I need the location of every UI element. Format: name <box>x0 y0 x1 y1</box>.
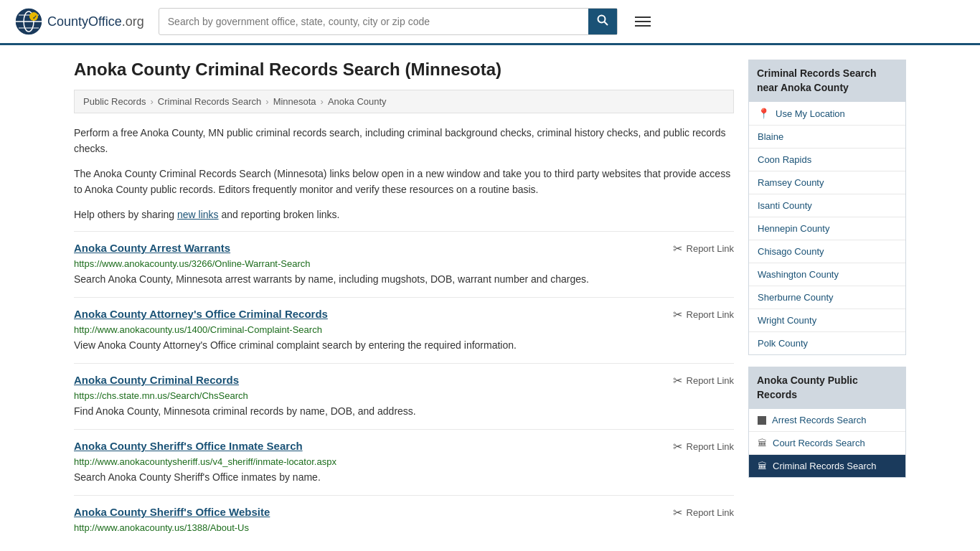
resource-item: Anoka County Attorney's Office Criminal … <box>74 297 734 363</box>
page-title: Anoka County Criminal Records Search (Mi… <box>74 60 734 80</box>
main-container: Anoka County Criminal Records Search (Mi… <box>60 45 920 551</box>
resource-header: Anoka County Arrest Warrants ✂ Report Li… <box>74 242 734 255</box>
report-link-btn-5[interactable]: ✂ Report Link <box>673 506 734 519</box>
search-button[interactable] <box>588 9 617 34</box>
search-icon <box>597 14 608 26</box>
nearby-header: Criminal Records Search near Anoka Count… <box>748 60 906 102</box>
description-1: Perform a free Anoka County, MN public c… <box>74 125 734 157</box>
nearby-chisago-county[interactable]: Chisago County <box>749 240 905 263</box>
menu-line-3 <box>635 25 651 27</box>
report-link-label-3: Report Link <box>687 375 734 386</box>
site-header: ✓ CountyOffice.org <box>0 0 980 45</box>
resource-title-3[interactable]: Anoka County Criminal Records <box>74 374 239 386</box>
breadcrumb: Public Records › Criminal Records Search… <box>74 90 734 113</box>
logo-icon: ✓ <box>14 7 43 36</box>
resource-desc-3: Find Anoka County, Minnesota criminal re… <box>74 404 734 419</box>
report-link-btn-1[interactable]: ✂ Report Link <box>673 242 734 255</box>
breadcrumb-minnesota[interactable]: Minnesota <box>273 96 316 107</box>
resource-url-1[interactable]: https://www.anokacounty.us/3266/Online-W… <box>74 258 734 269</box>
nearby-isanti-county[interactable]: Isanti County <box>749 194 905 217</box>
svg-point-8 <box>598 16 605 23</box>
nearby-coon-rapids[interactable]: Coon Rapids <box>749 149 905 171</box>
resource-title-5[interactable]: Anoka County Sheriff's Office Website <box>74 506 270 518</box>
nearby-blaine[interactable]: Blaine <box>749 126 905 149</box>
use-my-location-item[interactable]: 📍 Use My Location <box>749 102 905 126</box>
resource-desc-1: Search Anoka County, Minnesota arrest wa… <box>74 272 734 287</box>
resource-url-2[interactable]: http://www.anokacounty.us/1400/Criminal-… <box>74 324 734 335</box>
menu-line-2 <box>635 21 651 22</box>
content-area: Anoka County Criminal Records Search (Mi… <box>74 60 734 546</box>
report-icon-5: ✂ <box>673 506 682 519</box>
report-link-btn-4[interactable]: ✂ Report Link <box>673 440 734 453</box>
public-records-section: Anoka County Public Records Arrest Recor… <box>748 367 906 478</box>
desc3-prefix: Help others by sharing <box>74 209 177 220</box>
resource-item: Anoka County Arrest Warrants ✂ Report Li… <box>74 231 734 297</box>
resource-url-4[interactable]: http://www.anokacountysheriff.us/v4_sher… <box>74 456 734 467</box>
criminal-records-link[interactable]: Criminal Records Search <box>773 461 877 471</box>
report-link-label-1: Report Link <box>687 243 734 254</box>
location-dot-icon: 📍 <box>758 108 770 119</box>
resource-header: Anoka County Sheriff's Office Inmate Sea… <box>74 440 734 453</box>
public-records-header: Anoka County Public Records <box>748 367 906 409</box>
desc3-suffix: and reporting broken links. <box>219 209 340 220</box>
report-link-label-4: Report Link <box>687 441 734 452</box>
search-input[interactable] <box>159 10 588 33</box>
pub-link-criminal[interactable]: 🏛 Criminal Records Search <box>749 455 905 477</box>
breadcrumb-sep-2: › <box>265 96 268 107</box>
public-links: Arrest Records Search 🏛 Court Records Se… <box>748 409 906 478</box>
nearby-sherburne-county[interactable]: Sherburne County <box>749 286 905 309</box>
resource-item: Anoka County Sheriff's Office Inmate Sea… <box>74 429 734 495</box>
menu-line-1 <box>635 17 651 18</box>
breadcrumb-sep-3: › <box>321 96 324 107</box>
resource-header: Anoka County Criminal Records ✂ Report L… <box>74 374 734 387</box>
arrest-records-link[interactable]: Arrest Records Search <box>772 415 867 425</box>
svg-line-9 <box>604 22 608 26</box>
logo[interactable]: ✓ CountyOffice.org <box>14 7 144 36</box>
resource-url-3[interactable]: https://chs.state.mn.us/Search/ChsSearch <box>74 390 734 401</box>
nearby-washington-county[interactable]: Washington County <box>749 263 905 286</box>
resource-item: Anoka County Criminal Records ✂ Report L… <box>74 363 734 429</box>
resource-desc-4: Search Anoka County Sheriff's Office inm… <box>74 470 734 485</box>
nearby-polk-county[interactable]: Polk County <box>749 332 905 354</box>
breadcrumb-criminal-records[interactable]: Criminal Records Search <box>158 96 262 107</box>
breadcrumb-sep-1: › <box>150 96 153 107</box>
nearby-section: Criminal Records Search near Anoka Count… <box>748 60 906 355</box>
resources-list: Anoka County Arrest Warrants ✂ Report Li… <box>74 231 734 546</box>
court-records-link[interactable]: Court Records Search <box>773 438 865 448</box>
description-3: Help others by sharing new links and rep… <box>74 207 734 222</box>
report-link-label-2: Report Link <box>687 309 734 320</box>
logo-text: CountyOffice.org <box>47 14 144 29</box>
report-link-label-5: Report Link <box>687 507 734 518</box>
building-icon: 🏛 <box>758 438 767 448</box>
nearby-wright-county[interactable]: Wright County <box>749 309 905 332</box>
building-icon-active: 🏛 <box>758 461 767 471</box>
search-bar <box>159 8 618 35</box>
resource-item: Anoka County Sheriff's Office Website ✂ … <box>74 495 734 546</box>
pub-link-arrest[interactable]: Arrest Records Search <box>749 409 905 432</box>
use-my-location-link[interactable]: Use My Location <box>776 108 845 119</box>
square-icon <box>758 416 766 425</box>
nearby-links: 📍 Use My Location Blaine Coon Rapids Ram… <box>748 102 906 355</box>
nearby-hennepin-county[interactable]: Hennepin County <box>749 217 905 240</box>
menu-button[interactable] <box>632 14 654 29</box>
resource-title-4[interactable]: Anoka County Sheriff's Office Inmate Sea… <box>74 440 303 452</box>
breadcrumb-current: Anoka County <box>328 96 387 107</box>
breadcrumb-public-records[interactable]: Public Records <box>83 96 146 107</box>
resource-desc-2: View Anoka County Attorney's Office crim… <box>74 338 734 353</box>
new-links-link[interactable]: new links <box>177 209 219 220</box>
svg-text:✓: ✓ <box>32 14 37 21</box>
nearby-ramsey-county[interactable]: Ramsey County <box>749 171 905 194</box>
report-icon-3: ✂ <box>673 374 682 387</box>
sidebar: Criminal Records Search near Anoka Count… <box>748 60 906 546</box>
resource-title-1[interactable]: Anoka County Arrest Warrants <box>74 242 230 254</box>
report-icon-2: ✂ <box>673 308 682 321</box>
report-link-btn-2[interactable]: ✂ Report Link <box>673 308 734 321</box>
resource-title-2[interactable]: Anoka County Attorney's Office Criminal … <box>74 308 328 320</box>
report-icon-1: ✂ <box>673 242 682 255</box>
resource-url-5[interactable]: http://www.anokacounty.us/1388/About-Us <box>74 522 734 533</box>
pub-link-court[interactable]: 🏛 Court Records Search <box>749 432 905 455</box>
description-2: The Anoka County Criminal Records Search… <box>74 166 734 198</box>
resource-header: Anoka County Sheriff's Office Website ✂ … <box>74 506 734 519</box>
resource-header: Anoka County Attorney's Office Criminal … <box>74 308 734 321</box>
report-link-btn-3[interactable]: ✂ Report Link <box>673 374 734 387</box>
